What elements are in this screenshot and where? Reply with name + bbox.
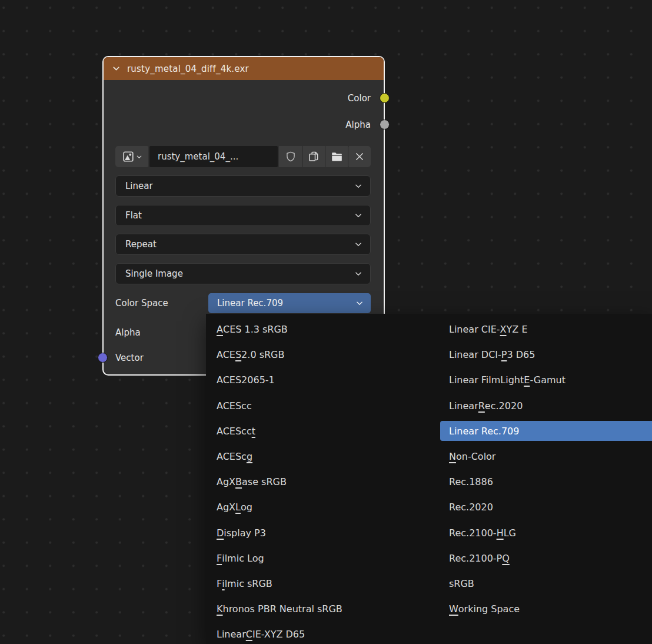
menu-item[interactable]: Rec.1886	[440, 472, 652, 492]
image-name-field[interactable]: rusty_metal_04_...	[149, 146, 278, 167]
menu-row: Rec.2020	[440, 494, 652, 520]
menu-item[interactable]: Linear FilmLight E-Gamut	[440, 370, 652, 390]
output-socket-color[interactable]	[380, 93, 390, 103]
menu-item[interactable]: ACEScg	[206, 447, 440, 467]
close-x-icon	[354, 151, 365, 162]
menu-item[interactable]: ACEScc	[206, 396, 440, 416]
color-space-menu-column-right: Linear CIE-XYZ ELinear DCI-P3 D65Linear …	[440, 317, 652, 644]
node-title: rusty_metal_04_diff_4k.exr	[127, 64, 249, 74]
menu-row: Display P3	[206, 520, 440, 546]
menu-item[interactable]: Linear CIE-XYZ D65	[206, 625, 440, 644]
chevron-down-icon	[354, 270, 362, 278]
menu-row: Linear DCI-P3 D65	[440, 342, 652, 367]
collapse-chevron-icon[interactable]	[111, 64, 121, 74]
menu-row: Linear CIE-XYZ D65	[206, 622, 440, 644]
alpha-input-label: Alpha	[115, 324, 141, 341]
chevron-down-icon	[355, 299, 364, 307]
menu-row: sRGB	[440, 571, 652, 596]
menu-row: Linear Rec.709	[440, 419, 652, 444]
menu-item[interactable]: ACES2065-1	[206, 370, 440, 390]
image-icon	[122, 150, 135, 163]
chevron-down-icon	[354, 211, 362, 220]
menu-row: Linear FilmLight E-Gamut	[440, 367, 652, 393]
menu-item[interactable]: Filmic sRGB	[206, 573, 440, 593]
output-label-color: Color	[104, 89, 384, 107]
color-space-menu-column-left: ACES 1.3 sRGBACES 2.0 sRGBACES2065-1ACES…	[206, 317, 440, 644]
extension-dropdown[interactable]: Repeat	[115, 234, 371, 255]
interpolation-dropdown[interactable]: Linear	[115, 175, 371, 197]
folder-icon	[331, 151, 343, 163]
menu-row: ACEScc	[206, 393, 440, 419]
menu-row: Linear CIE-XYZ E	[440, 317, 652, 342]
image-browse-button[interactable]	[115, 146, 148, 167]
menu-row: ACES 1.3 sRGB	[206, 317, 440, 342]
color-space-menu: ACES 1.3 sRGBACES 2.0 sRGBACES2065-1ACES…	[206, 314, 652, 644]
chevron-down-icon	[136, 154, 142, 160]
vector-input-label: Vector	[115, 349, 144, 367]
menu-row: Linear Rec.2020	[440, 393, 652, 419]
menu-row: ACEScct	[206, 419, 440, 444]
menu-item[interactable]: AgX Base sRGB	[206, 472, 440, 492]
menu-row: AgX Log	[206, 494, 440, 520]
menu-row: Rec.2100-PQ	[440, 546, 652, 571]
menu-item[interactable]: Linear DCI-P3 D65	[440, 345, 652, 365]
source-value: Single Image	[125, 268, 183, 279]
menu-row: AgX Base sRGB	[206, 469, 440, 494]
duplicate-button[interactable]	[302, 146, 325, 167]
menu-row: ACES2065-1	[206, 367, 440, 393]
menu-item[interactable]: Rec.2100-PQ	[440, 548, 652, 568]
extension-value: Repeat	[125, 239, 157, 250]
image-selector-row: rusty_metal_04_...	[115, 146, 371, 167]
interpolation-value: Linear	[125, 181, 153, 191]
menu-row: Filmic sRGB	[206, 571, 440, 596]
node-header[interactable]: rusty_metal_04_diff_4k.exr	[104, 57, 384, 80]
chevron-down-icon	[354, 182, 362, 190]
menu-item[interactable]: Working Space	[440, 599, 652, 619]
menu-row: Rec.2100-HLG	[440, 520, 652, 546]
menu-item[interactable]: ACES 2.0 sRGB	[206, 345, 440, 365]
projection-dropdown[interactable]: Flat	[115, 205, 371, 226]
menu-item[interactable]: Rec.2020	[440, 497, 652, 517]
open-image-button[interactable]	[325, 146, 348, 167]
menu-row: Non-Color	[440, 444, 652, 469]
menu-item[interactable]: Display P3	[206, 523, 440, 543]
chevron-down-icon	[354, 240, 362, 248]
menu-item[interactable]: ACEScct	[206, 421, 440, 441]
color-space-label: Color Space	[115, 294, 168, 312]
menu-row: Rec.1886	[440, 469, 652, 494]
menu-item[interactable]: Filmic Log	[206, 548, 440, 568]
menu-item[interactable]: Non-Color	[440, 447, 652, 467]
input-socket-vector[interactable]	[98, 353, 108, 363]
unlink-button[interactable]	[348, 146, 371, 167]
menu-item[interactable]: ACES 1.3 sRGB	[206, 320, 440, 340]
menu-row: Working Space	[440, 596, 652, 622]
menu-item[interactable]: Linear CIE-XYZ E	[440, 320, 652, 340]
projection-value: Flat	[125, 210, 142, 221]
duplicate-icon	[308, 151, 320, 162]
menu-row: ACES 2.0 sRGB	[206, 342, 440, 367]
menu-item[interactable]: sRGB	[440, 573, 652, 593]
fake-user-button[interactable]	[279, 146, 302, 167]
output-label-alpha: Alpha	[104, 116, 384, 134]
color-space-value: Linear Rec.709	[217, 298, 283, 308]
menu-item[interactable]: AgX Log	[206, 497, 440, 517]
menu-row: Filmic Log	[206, 546, 440, 571]
menu-item-selected[interactable]: Linear Rec.709	[440, 421, 652, 441]
menu-item[interactable]: Rec.2100-HLG	[440, 523, 652, 543]
menu-item[interactable]: Linear Rec.2020	[440, 396, 652, 416]
menu-row: ACEScg	[206, 444, 440, 469]
source-dropdown[interactable]: Single Image	[115, 263, 371, 284]
color-space-dropdown[interactable]: Linear Rec.709	[208, 293, 371, 313]
menu-item[interactable]: Khronos PBR Neutral sRGB	[206, 599, 440, 619]
shield-icon	[285, 151, 297, 162]
menu-row: Khronos PBR Neutral sRGB	[206, 596, 440, 622]
output-socket-alpha[interactable]	[380, 119, 390, 130]
